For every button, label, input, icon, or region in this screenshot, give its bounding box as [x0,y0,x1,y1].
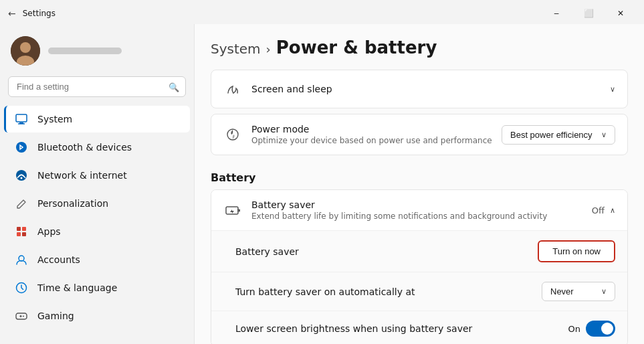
search-box: 🔍 [8,76,186,97]
battery-saver-sub-text: Battery saver [235,246,528,257]
sidebar-item-time[interactable]: Time & language [4,274,190,301]
breadcrumb-system: System [211,41,261,57]
apps-label: Apps [37,226,61,237]
search-input[interactable] [8,76,186,97]
power-mode-desc: Optimize your device based on power use … [251,136,492,145]
breadcrumb-arrow: › [266,42,271,56]
app-title: Settings [23,9,56,18]
screen-sleep-label: Screen and sleep [251,84,601,94]
personalization-label: Personalization [37,198,108,209]
brightness-status: On [568,324,580,334]
sidebar-item-apps[interactable]: Apps [4,218,190,245]
personalization-icon [15,197,28,210]
sidebar-item-network[interactable]: Network & internet [4,162,190,189]
main-content: System › Power & battery Screen and slee… [194,24,644,344]
lower-brightness-text: Lower screen brightness when using batte… [235,323,559,334]
brightness-toggle[interactable] [586,321,615,337]
auto-battery-control[interactable]: Never ∨ [542,282,615,301]
window-controls: – ⬜ ✕ [541,4,636,23]
network-icon [15,169,28,182]
svg-point-18 [23,316,24,317]
battery-saver-icon [223,201,242,220]
accounts-icon [15,253,28,266]
toggle-thumb [601,323,613,335]
lower-brightness-label: Lower screen brightness when using batte… [235,323,559,334]
battery-saver-control[interactable]: Off ∧ [592,205,615,216]
system-icon [15,112,28,126]
battery-card: Battery saver Extend battery life by lim… [211,189,628,344]
screen-sleep-text: Screen and sleep [251,84,601,94]
bluetooth-icon [15,141,28,154]
power-mode-text: Power mode Optimize your device based on… [251,124,492,145]
accounts-label: Accounts [37,254,80,265]
gaming-label: Gaming [37,311,74,321]
system-label: System [37,114,72,124]
auto-battery-value: Never [550,286,574,296]
sidebar-item-personalization[interactable]: Personalization [4,190,190,217]
toggle-track[interactable] [586,321,615,337]
auto-battery-label: Turn battery saver on automatically at [235,286,532,297]
sidebar-item-accounts[interactable]: Accounts [4,246,190,273]
sidebar: 🔍 System Bluetooth & devices [0,24,194,344]
battery-saver-header-row: Battery saver Extend battery life by lim… [211,190,627,231]
svg-rect-3 [16,114,27,122]
auto-battery-dropdown[interactable]: Never ∨ [542,282,615,301]
svg-point-1 [20,42,31,53]
turn-on-control[interactable]: Turn on now [538,240,615,262]
battery-saver-status: Off [592,205,605,216]
power-mode-chevron-icon: ∨ [601,131,607,139]
screen-sleep-row[interactable]: Screen and sleep ∨ [211,70,627,108]
avatar [11,36,40,66]
svg-point-6 [16,142,27,153]
back-icon[interactable]: ← [8,8,16,19]
battery-saver-sub-label: Battery saver [235,246,528,257]
battery-saver-chevron-icon: ∧ [610,206,615,215]
bluetooth-label: Bluetooth & devices [37,142,132,153]
lower-brightness-control[interactable]: On [568,321,615,337]
battery-saver-text: Battery saver Extend battery life by lim… [251,199,582,221]
time-icon [15,281,28,294]
turn-on-now-button[interactable]: Turn on now [538,240,615,262]
apps-icon [15,225,28,238]
maximize-button[interactable]: ⬜ [573,4,604,23]
battery-section-label: Battery [211,161,628,189]
auto-battery-chevron-icon: ∨ [601,287,607,296]
sidebar-item-gaming[interactable]: Gaming [4,303,190,329]
lower-brightness-row: Lower screen brightness when using batte… [211,311,627,344]
title-bar: ← Settings – ⬜ ✕ [0,0,644,24]
minimize-button[interactable]: – [541,4,572,23]
sidebar-profile [0,29,194,76]
network-label: Network & internet [37,170,127,181]
sidebar-item-system[interactable]: System [4,106,190,133]
svg-rect-9 [17,227,21,231]
power-mode-row: Power mode Optimize your device based on… [211,114,627,155]
battery-saver-desc: Extend battery life by limiting some not… [251,211,582,221]
svg-point-8 [21,177,23,179]
power-mode-label: Power mode [251,124,492,135]
auto-battery-text: Turn battery saver on automatically at [235,286,532,297]
sidebar-item-bluetooth[interactable]: Bluetooth & devices [4,134,190,161]
power-mode-value: Best power efficiency [510,130,593,140]
power-mode-card: Power mode Optimize your device based on… [211,114,628,155]
battery-saver-sub-row: Battery saver Turn on now [211,231,627,272]
page-title: Power & battery [276,37,437,58]
gaming-icon [15,309,28,323]
power-mode-dropdown[interactable]: Best power efficiency ∨ [502,125,615,145]
screen-sleep-card: Screen and sleep ∨ [211,70,628,108]
title-bar-left: ← Settings [8,8,56,19]
profile-name-bar [48,48,122,54]
power-mode-control[interactable]: Best power efficiency ∨ [502,125,615,145]
page-header: System › Power & battery [211,24,628,70]
svg-rect-10 [22,227,26,231]
battery-saver-label: Battery saver [251,199,582,210]
svg-rect-12 [22,232,26,236]
screen-sleep-control[interactable]: ∨ [610,85,615,94]
auto-battery-row: Turn battery saver on automatically at N… [211,272,627,311]
time-label: Time & language [37,282,117,293]
screen-sleep-chevron: ∨ [610,85,615,94]
close-button[interactable]: ✕ [605,4,636,23]
svg-rect-11 [17,232,21,236]
brightness-toggle-wrap: On [568,321,615,337]
search-icon: 🔍 [169,82,179,92]
app-layout: 🔍 System Bluetooth & devices [0,24,644,344]
